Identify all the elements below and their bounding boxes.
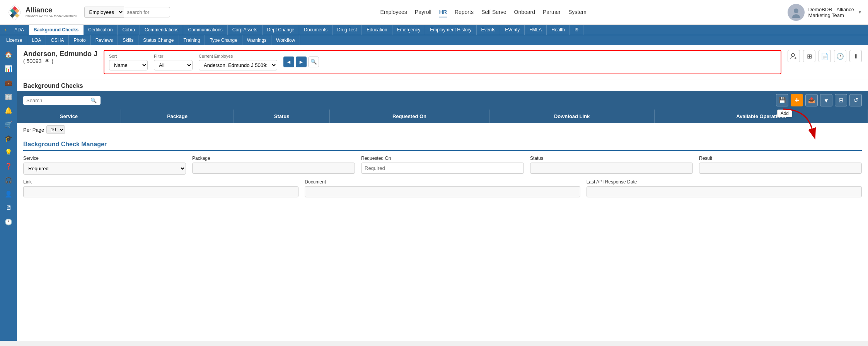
sort-label: Sort (109, 54, 148, 58)
tab-corp-assets[interactable]: Corp Assets (228, 25, 263, 35)
nav-hr[interactable]: HR (439, 7, 447, 17)
tab-education[interactable]: Education (362, 25, 392, 35)
tab-events[interactable]: Events (477, 25, 501, 35)
status-input[interactable] (530, 163, 693, 174)
toolbar-add-button[interactable]: + (791, 94, 803, 106)
document-input[interactable] (305, 186, 580, 197)
tab-fmla[interactable]: FMLA (525, 25, 547, 35)
sidebar-briefcase-icon[interactable]: 💼 (2, 76, 15, 89)
sort-select[interactable]: Name (109, 60, 148, 70)
sidebar-headset-icon[interactable]: 🎧 (2, 174, 15, 186)
add-user-button[interactable] (788, 50, 800, 62)
per-page-select[interactable]: 10 25 50 (46, 125, 65, 134)
tab-type-change[interactable]: Type Change (205, 35, 242, 45)
tab-arrow-right[interactable]: › (2, 25, 10, 35)
tab-license[interactable]: License (2, 35, 27, 45)
table-search-input[interactable] (26, 98, 88, 103)
tab-osha[interactable]: OSHA (46, 35, 69, 45)
sidebar-home-icon[interactable]: 🏠 (2, 48, 15, 61)
bgcheck-manager: Background Check Manager Service Require… (17, 136, 868, 202)
tab-drug-test[interactable]: Drug Test (333, 25, 362, 35)
form-grid-row1: Service Required Package Requested On (23, 156, 862, 175)
svg-point-8 (792, 14, 800, 18)
nav-payroll[interactable]: Payroll (415, 7, 431, 17)
result-input[interactable] (699, 163, 862, 174)
tab-photo[interactable]: Photo (69, 35, 90, 45)
sidebar-cart-icon[interactable]: 🛒 (2, 118, 15, 130)
tab-background-checks[interactable]: Background Checks (29, 25, 84, 35)
sidebar-chart-icon[interactable]: 📊 (2, 62, 15, 75)
tab-skills[interactable]: Skills (118, 35, 138, 45)
sidebar-building-icon[interactable]: 🏢 (2, 90, 15, 103)
employee-name: Anderson, Edmundo J (23, 50, 97, 58)
prev-employee-button[interactable]: ◄ (283, 57, 294, 67)
filter-label: Filter (154, 54, 193, 58)
tab-workflow[interactable]: Workflow (271, 35, 300, 45)
tab-status-change[interactable]: Status Change (138, 35, 179, 45)
eye-icon[interactable]: 👁 (44, 58, 50, 64)
current-emp-label: Current Employee (199, 54, 277, 58)
tab-certification[interactable]: Certification (84, 25, 118, 35)
tab-emergency[interactable]: Emergency (392, 25, 426, 35)
toolbar-filter-button[interactable]: ▼ (820, 94, 832, 106)
requested-on-input[interactable] (361, 163, 524, 174)
tab-reviews[interactable]: Reviews (91, 35, 118, 45)
link-input[interactable] (23, 186, 298, 197)
tab-employment-history[interactable]: Employment History (425, 25, 476, 35)
sidebar-monitor-icon[interactable]: 🖥 (2, 202, 15, 214)
sidebar-bulb-icon[interactable]: 💡 (2, 146, 15, 158)
toolbar-save-button[interactable]: 💾 (776, 94, 788, 106)
next-employee-button[interactable]: ► (296, 57, 307, 67)
search-type-dropdown[interactable]: Employees (84, 7, 124, 18)
tab-dept-change[interactable]: Dept Change (263, 25, 300, 35)
current-employee-select[interactable]: Anderson, Edmundo J 5009: (199, 60, 277, 70)
nav-self-serve[interactable]: Self Serve (481, 7, 506, 17)
user-dropdown-icon[interactable]: ▼ (858, 10, 862, 14)
service-select[interactable]: Required (23, 163, 186, 175)
history-button[interactable]: 🕐 (834, 50, 846, 62)
upload-button[interactable]: ⬆ (849, 50, 862, 62)
tab-training[interactable]: Training (179, 35, 205, 45)
main-nav: Employees Payroll HR Reports Self Serve … (179, 7, 788, 17)
nav-partner[interactable]: Partner (543, 7, 561, 17)
search-input[interactable] (124, 7, 170, 17)
api-date-input[interactable] (587, 186, 862, 197)
sidebar-clock-icon[interactable]: 🕐 (2, 216, 15, 228)
tab-health[interactable]: Health (547, 25, 570, 35)
sidebar-graduation-icon[interactable]: 🎓 (2, 132, 15, 144)
sidebar-question-icon[interactable]: ❓ (2, 160, 15, 172)
form-group-requested-on: Requested On (361, 156, 524, 175)
result-label: Result (699, 156, 862, 161)
tab-communications[interactable]: Communications (183, 25, 227, 35)
tab-cobra[interactable]: Cobra (118, 25, 140, 35)
col-package: Package (121, 110, 234, 123)
filter-select[interactable]: All (154, 60, 193, 70)
tab-loa[interactable]: LOA (27, 35, 46, 45)
tab-commendations[interactable]: Commendations (140, 25, 183, 35)
tab-warnings[interactable]: Warnings (242, 35, 271, 45)
nav-employees[interactable]: Employees (380, 7, 407, 17)
nav-onboard[interactable]: Onboard (514, 7, 535, 17)
requested-on-label: Requested On (361, 156, 524, 161)
form-group-package: Package (192, 156, 355, 175)
nav-reports[interactable]: Reports (455, 7, 474, 17)
section-title: Background Checks (17, 79, 868, 91)
nav-system[interactable]: System (568, 7, 587, 17)
tab-everify[interactable]: EVerify (500, 25, 525, 35)
toolbar-columns-button[interactable]: ⊞ (835, 94, 847, 106)
tab-ada[interactable]: ADA (10, 25, 29, 35)
col-available-operations: Available Operations (655, 110, 868, 123)
employee-search-button[interactable]: 🔍 (308, 57, 319, 67)
sidebar-bell-icon[interactable]: 🔔 (2, 104, 15, 116)
document-button[interactable]: 📄 (819, 50, 831, 62)
toolbar-refresh-button[interactable]: ↺ (849, 94, 862, 106)
grid-view-button[interactable]: ⊞ (803, 50, 815, 62)
toolbar-export-button[interactable]: 📤 (805, 94, 818, 106)
form-group-service: Service Required (23, 156, 186, 175)
tab-i9[interactable]: I9 (570, 25, 583, 35)
user-name: DemoBDR - Alliance (808, 7, 854, 12)
tab-documents[interactable]: Documents (299, 25, 333, 35)
sidebar-user-icon[interactable]: 👤 (2, 188, 15, 200)
add-tooltip: Add (777, 110, 792, 117)
package-input[interactable] (192, 163, 355, 174)
